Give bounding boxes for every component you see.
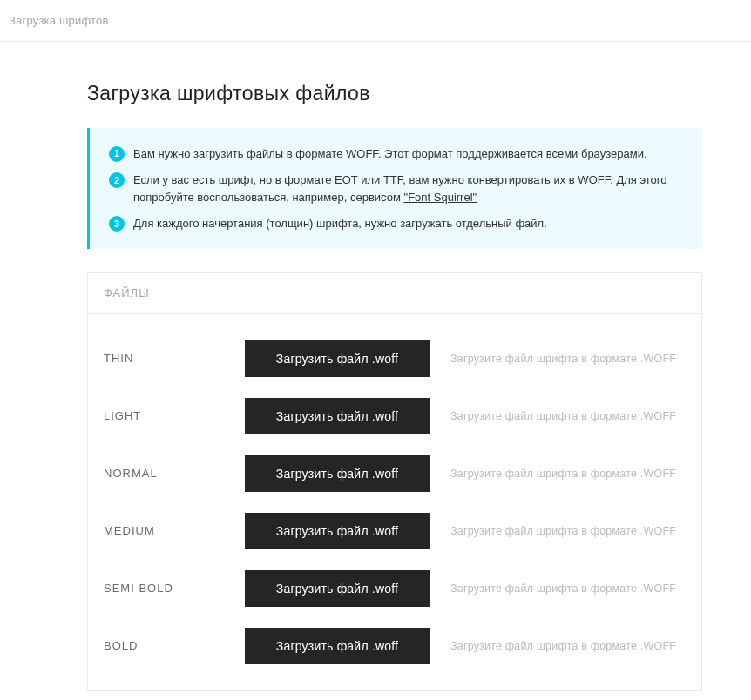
info-badge-1: 1 [109, 146, 125, 162]
info-text-3: Для каждого начертания (толщин) шрифта, … [133, 217, 547, 230]
upload-button-normal[interactable]: Загрузить файл .woff [245, 455, 430, 492]
top-bar-title: Загрузка шрифтов [9, 14, 109, 27]
file-weight-label: SEMI BOLD [102, 582, 245, 595]
file-hint: Загрузите файл шрифта в формате .WOFF [450, 525, 676, 537]
file-row-light: LIGHT Загрузить файл .woff Загрузите фай… [102, 398, 687, 434]
info-badge-2: 2 [109, 172, 125, 188]
info-item: 2 Если у вас есть шрифт, но в формате EO… [109, 172, 683, 206]
file-hint: Загрузите файл шрифта в формате .WOFF [450, 468, 676, 480]
file-hint: Загрузите файл шрифта в формате .WOFF [450, 640, 676, 652]
info-box: 1 Вам нужно загрузить файлы в формате WO… [87, 128, 702, 249]
upload-button-semi-bold[interactable]: Загрузить файл .woff [245, 570, 430, 607]
file-weight-label: MEDIUM [102, 524, 245, 537]
page-title: Загрузка шрифтовых файлов [87, 82, 702, 105]
files-panel: ФАЙЛЫ THIN Загрузить файл .woff Загрузит… [87, 272, 702, 691]
content-area: Загрузка шрифтовых файлов 1 Вам нужно за… [0, 42, 751, 691]
file-weight-label: NORMAL [102, 467, 245, 480]
file-row-semi-bold: SEMI BOLD Загрузить файл .woff Загрузите… [102, 570, 687, 607]
upload-button-light[interactable]: Загрузить файл .woff [245, 398, 430, 434]
file-row-bold: BOLD Загрузить файл .woff Загрузите файл… [102, 628, 687, 664]
info-text-2-before: Если у вас есть шрифт, но в формате EOT … [133, 173, 667, 204]
top-bar: Загрузка шрифтов [0, 0, 751, 42]
file-hint: Загрузите файл шрифта в формате .WOFF [450, 353, 676, 365]
upload-button-medium[interactable]: Загрузить файл .woff [245, 513, 430, 549]
upload-button-bold[interactable]: Загрузить файл .woff [245, 628, 430, 664]
file-row-normal: NORMAL Загрузить файл .woff Загрузите фа… [102, 455, 687, 492]
info-text: Для каждого начертания (толщин) шрифта, … [133, 215, 683, 232]
file-row-medium: MEDIUM Загрузить файл .woff Загрузите фа… [102, 513, 687, 549]
files-header: ФАЙЛЫ [88, 273, 701, 314]
info-item: 3 Для каждого начертания (толщин) шрифта… [109, 215, 683, 232]
file-weight-label: BOLD [102, 639, 245, 652]
info-text: Если у вас есть шрифт, но в формате EOT … [133, 172, 683, 206]
info-text-1: Вам нужно загрузить файлы в формате WOFF… [133, 147, 647, 160]
info-item: 1 Вам нужно загрузить файлы в формате WO… [109, 145, 683, 163]
font-squirrel-link[interactable]: "Font Squirrel" [404, 191, 477, 204]
info-badge-3: 3 [109, 216, 125, 232]
file-weight-label: THIN [102, 352, 245, 365]
info-text: Вам нужно загрузить файлы в формате WOFF… [133, 145, 683, 163]
files-body: THIN Загрузить файл .woff Загрузите файл… [88, 314, 701, 690]
file-hint: Загрузите файл шрифта в формате .WOFF [450, 582, 676, 595]
file-hint: Загрузите файл шрифта в формате .WOFF [450, 410, 676, 422]
file-row-thin: THIN Загрузить файл .woff Загрузите файл… [102, 340, 687, 377]
upload-button-thin[interactable]: Загрузить файл .woff [245, 340, 430, 377]
file-weight-label: LIGHT [102, 409, 245, 422]
